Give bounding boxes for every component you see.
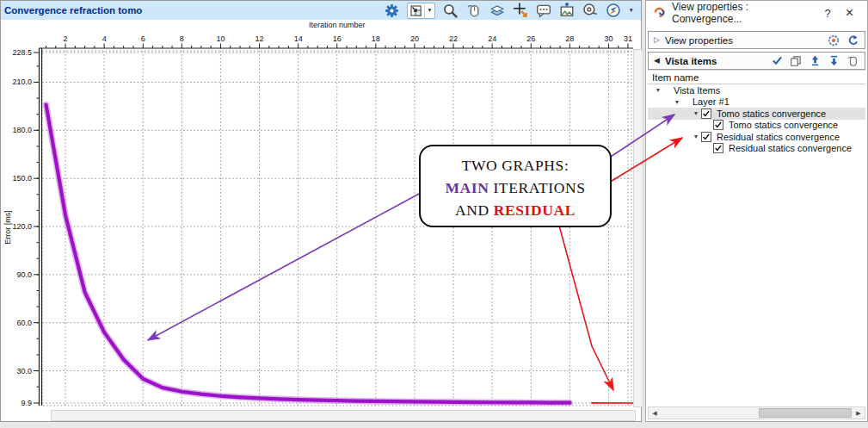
crosshair-track-icon[interactable] xyxy=(513,3,528,18)
section-expanded-icon[interactable]: ◀ xyxy=(654,57,660,65)
svg-text:90.0: 90.0 xyxy=(16,270,32,279)
tree-row-layer-1[interactable]: ▼ Layer #1 xyxy=(648,96,865,109)
panel-horizontal-scrollbar[interactable]: ◀ ▶ xyxy=(648,406,865,419)
svg-text:8: 8 xyxy=(180,34,184,43)
svg-text:30: 30 xyxy=(604,34,613,43)
chart-horizontal-scrollbar[interactable] xyxy=(51,410,636,421)
annotation-line-1: TWO GRAPHS: xyxy=(421,154,610,177)
tree-row-residual-statics-child[interactable]: Residual statics convergence xyxy=(648,143,865,155)
svg-text:14: 14 xyxy=(294,34,303,43)
check-icon[interactable] xyxy=(770,54,784,68)
vista-items-tree: ▼ Vista Items ▼ Layer #1 ▼ Tomo statics … xyxy=(648,84,865,154)
svg-text:22: 22 xyxy=(449,34,458,43)
compass-icon[interactable] xyxy=(606,3,621,18)
panel-scroll-left-button[interactable]: ◀ xyxy=(649,408,660,418)
svg-text:4: 4 xyxy=(102,34,107,43)
expander-icon[interactable]: ▼ xyxy=(691,110,701,116)
vista-items-label: Vista items xyxy=(665,56,717,66)
panel-title: View properties : Convergence... xyxy=(672,1,817,25)
svg-text:150.0: 150.0 xyxy=(12,174,32,183)
close-icon[interactable]: × xyxy=(839,4,860,22)
fit-view-button[interactable]: ▼ xyxy=(407,3,434,19)
checkbox-checked[interactable] xyxy=(713,143,723,153)
svg-text:Error [ms]: Error [ms] xyxy=(3,210,12,245)
svg-text:31: 31 xyxy=(624,34,632,43)
checkbox-checked[interactable] xyxy=(713,120,723,130)
svg-text:24: 24 xyxy=(488,34,496,43)
copy-properties-icon[interactable] xyxy=(789,54,803,68)
svg-text:180.0: 180.0 xyxy=(12,126,32,134)
expander-icon[interactable]: ▼ xyxy=(691,133,701,140)
layers-icon[interactable] xyxy=(489,3,505,18)
svg-text:228.5: 228.5 xyxy=(12,48,32,57)
svg-text:18: 18 xyxy=(372,34,380,43)
annotation-callout: TWO GRAPHS: MAIN ITERATIONS AND RESIDUAL xyxy=(419,145,612,227)
compass-dropdown-icon[interactable]: ▼ xyxy=(629,8,634,14)
help-button[interactable]: ? xyxy=(817,4,839,22)
fit-view-dropdown-icon[interactable]: ▼ xyxy=(425,8,434,14)
zoom-icon[interactable] xyxy=(443,3,459,18)
target-icon[interactable] xyxy=(827,34,840,47)
svg-text:Iteration number: Iteration number xyxy=(309,21,366,29)
export-up-icon[interactable] xyxy=(808,54,822,68)
chart-vertical-scrollbar[interactable] xyxy=(633,49,643,407)
chart-toolbar: ▼ ▼ xyxy=(384,3,637,19)
svg-text:10: 10 xyxy=(216,34,225,43)
tree-row-residual-statics[interactable]: ▼ Residual statics convergence xyxy=(648,131,865,143)
expander-icon[interactable]: ▼ xyxy=(672,99,682,105)
svg-text:120.0: 120.0 xyxy=(12,222,32,231)
svg-text:60.0: 60.0 xyxy=(16,319,32,327)
svg-text:12: 12 xyxy=(255,34,264,43)
app-logo-icon xyxy=(653,6,666,21)
chart-window-title-bar: Convergence refraction tomo ▼ xyxy=(1,1,641,20)
svg-text:28: 28 xyxy=(565,34,574,43)
svg-text:16: 16 xyxy=(333,34,342,43)
view-properties-panel: View properties : Convergence... ? × ▷ V… xyxy=(645,0,868,422)
svg-text:6: 6 xyxy=(141,34,145,43)
vista-items-section[interactable]: ◀ Vista items xyxy=(648,52,865,70)
import-down-icon[interactable] xyxy=(827,54,840,68)
svg-text:210.0: 210.0 xyxy=(12,78,32,86)
chart-window-title: Convergence refraction tomo xyxy=(4,5,142,16)
annotation-line-2: MAIN ITERATIONS xyxy=(421,177,610,199)
panel-scrollbar-thumb[interactable] xyxy=(759,408,852,418)
svg-text:9.9: 9.9 xyxy=(21,399,32,407)
fit-view-icon[interactable] xyxy=(408,4,424,17)
panel-header: View properties : Convergence... ? × xyxy=(646,1,867,25)
svg-text:20: 20 xyxy=(410,34,419,43)
view-properties-label: View properties xyxy=(665,35,733,46)
svg-text:2: 2 xyxy=(64,34,68,43)
panel-scroll-right-button[interactable]: ▶ xyxy=(853,408,864,418)
section-collapsed-icon[interactable]: ▷ xyxy=(654,36,660,44)
tree-row-tomo-statics[interactable]: ▼ Tomo statics convergence xyxy=(648,108,865,120)
image-export-icon[interactable] xyxy=(559,3,575,18)
expander-icon[interactable]: ▼ xyxy=(653,87,663,93)
comment-icon[interactable] xyxy=(536,3,551,18)
mouse-select-icon[interactable] xyxy=(466,3,482,18)
measure-tape-icon[interactable] xyxy=(582,3,598,18)
view-properties-section[interactable]: ▷ View properties xyxy=(648,31,865,49)
tree-row-tomo-statics-child[interactable]: Tomo statics convergence xyxy=(648,120,865,132)
lasso-select-icon[interactable] xyxy=(846,54,859,68)
undo-icon[interactable] xyxy=(846,34,859,47)
tree-row-vista-items[interactable]: ▼ Vista Items xyxy=(648,84,865,96)
item-name-column-header: Item name xyxy=(648,70,865,84)
svg-text:30.0: 30.0 xyxy=(16,367,32,375)
annotation-main-word: MAIN xyxy=(445,179,489,196)
svg-text:26: 26 xyxy=(526,34,535,43)
annotation-residual-word: RESIDUAL xyxy=(494,202,576,219)
checkbox-checked[interactable] xyxy=(701,109,711,119)
checkbox-checked[interactable] xyxy=(701,132,711,142)
gear-icon[interactable] xyxy=(384,3,399,18)
annotation-line-3: AND RESIDUAL xyxy=(421,199,610,221)
